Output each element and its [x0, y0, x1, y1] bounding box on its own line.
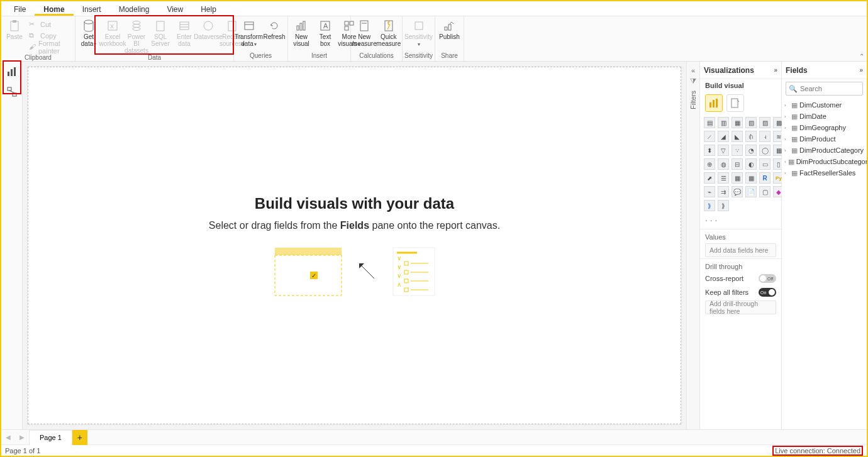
viz-matrix[interactable]: ▦ — [745, 172, 757, 184]
enter-data-button[interactable]: Enter data — [172, 18, 196, 47]
viz-card[interactable]: ▭ — [759, 158, 771, 170]
viz-stacked-area[interactable]: ◣ — [732, 131, 743, 142]
viz-filled-map[interactable]: ◍ — [718, 158, 729, 170]
viz-qa[interactable]: 💬 — [732, 186, 743, 197]
new-visual-button[interactable]: New visual — [289, 18, 313, 47]
collapse-ribbon-button[interactable]: ⌃ — [859, 53, 864, 60]
svg-text:✓: ✓ — [311, 272, 316, 279]
excel-workbook-button[interactable]: XExcel workbook — [101, 18, 125, 47]
keep-filters-toggle[interactable]: On — [759, 288, 776, 297]
table-row[interactable]: ›▦DimProductCategory — [784, 145, 864, 156]
viz-get-more[interactable]: ⟫ — [718, 200, 729, 211]
menu-view[interactable]: View — [158, 3, 192, 16]
svg-rect-14 — [245, 22, 253, 30]
svg-point-2 — [84, 20, 93, 24]
table-row[interactable]: ›▦DimProductSubcategory — [784, 156, 864, 167]
page-tab-1[interactable]: Page 1 — [29, 430, 72, 445]
next-page-button[interactable]: ▶ — [15, 431, 29, 444]
group-label-data: Data — [75, 54, 233, 62]
cross-report-toggle[interactable]: Off — [759, 274, 776, 283]
publish-button[interactable]: Publish — [437, 18, 462, 40]
viz-clustered-bar[interactable]: ▦ — [732, 117, 743, 128]
viz-paginated[interactable]: ▢ — [759, 186, 771, 197]
viz-narrative[interactable]: 📄 — [745, 186, 757, 197]
viz-r[interactable]: R — [759, 172, 771, 184]
viz-scatter[interactable]: ⸪ — [732, 145, 743, 156]
sensitivity-button[interactable]: Sensitivity▾ — [404, 18, 433, 48]
viz-line-stacked-column[interactable]: ⫛ — [745, 131, 757, 142]
paste-button[interactable]: Paste — [3, 18, 26, 40]
viz-more-button[interactable]: · · · — [700, 215, 781, 229]
svg-point-6 — [133, 25, 140, 28]
viz-clustered-column[interactable]: ▧ — [745, 117, 757, 128]
table-icon: ▦ — [791, 169, 798, 177]
collapse-viz-button[interactable]: » — [774, 67, 777, 74]
viz-funnel[interactable]: ▽ — [718, 145, 729, 156]
transform-data-button[interactable]: Transform data▾ — [235, 18, 262, 48]
viz-stacked-bar[interactable]: ▤ — [704, 117, 715, 128]
table-row[interactable]: ›▦DimProduct — [784, 133, 864, 145]
get-data-button[interactable]: Get data▾ — [77, 18, 101, 48]
svg-text:∨: ∨ — [397, 263, 401, 270]
viz-100-bar[interactable]: ▨ — [759, 117, 771, 128]
menu-file[interactable]: File — [5, 3, 35, 16]
ribbon: Paste ✂Cut ⧉Copy 🖌Format painter Clipboa… — [1, 16, 867, 62]
viz-donut[interactable]: ◯ — [759, 145, 771, 156]
cut-button[interactable]: ✂Cut — [29, 19, 71, 30]
viz-kpi[interactable]: ⬈ — [704, 172, 715, 184]
menu-home[interactable]: Home — [35, 3, 73, 16]
viz-powerautomate[interactable]: ⟫ — [704, 200, 715, 211]
cross-report-label: Cross-report — [705, 275, 743, 282]
svg-rect-37 — [275, 255, 342, 295]
prev-page-button[interactable]: ◀ — [1, 431, 15, 444]
refresh-button[interactable]: Refresh — [262, 18, 286, 40]
model-view-button[interactable] — [6, 85, 18, 98]
svg-rect-9 — [180, 22, 189, 30]
viz-decomposition[interactable]: ⇉ — [718, 186, 729, 197]
viz-map[interactable]: ⊕ — [704, 158, 715, 170]
viz-key-influencers[interactable]: ⌁ — [704, 186, 715, 197]
viz-line-clustered-column[interactable]: ⫞ — [759, 131, 771, 142]
table-icon: ▦ — [791, 135, 798, 143]
viz-table[interactable]: ▦ — [732, 172, 743, 184]
values-drop[interactable]: Add data fields here — [705, 243, 776, 257]
menu-help[interactable]: Help — [192, 3, 225, 16]
paste-icon — [7, 19, 22, 33]
report-canvas[interactable]: Build visuals with your data Select or d… — [28, 67, 681, 424]
table-row[interactable]: ›▦DimCustomer — [784, 99, 864, 111]
report-view-button[interactable] — [6, 65, 18, 78]
viz-pie[interactable]: ◔ — [745, 145, 757, 156]
viz-area[interactable]: ◢ — [718, 131, 729, 142]
search-icon: 🔍 — [789, 85, 798, 93]
format-visual-mode-button[interactable] — [726, 94, 744, 112]
table-row[interactable]: ›▦DimGeography — [784, 122, 864, 133]
text-box-button[interactable]: AText box — [313, 18, 337, 47]
drill-drop[interactable]: Add drill-through fields here — [705, 300, 776, 314]
viz-stacked-column[interactable]: ▥ — [718, 117, 729, 128]
menu-insert[interactable]: Insert — [74, 3, 110, 16]
table-row[interactable]: ›▦DimDate — [784, 111, 864, 122]
format-painter-button[interactable]: 🖌Format painter — [29, 41, 71, 53]
viz-gauge[interactable]: ◐ — [745, 158, 757, 170]
quick-measure-button[interactable]: Quick measure — [377, 18, 401, 47]
pbi-datasets-button[interactable]: Power BI datasets — [125, 18, 148, 54]
sql-server-button[interactable]: SQL Server — [148, 18, 172, 47]
new-measure-button[interactable]: New measure — [352, 18, 377, 47]
svg-rect-31 — [11, 69, 13, 76]
table-row[interactable]: ›▦FactResellerSales — [784, 167, 864, 179]
search-box[interactable]: 🔍 — [786, 82, 863, 96]
sensitivity-icon — [411, 19, 426, 33]
viz-slicer[interactable]: ☰ — [718, 172, 729, 184]
viz-line[interactable]: ⟋ — [704, 131, 715, 142]
search-input[interactable] — [800, 85, 860, 92]
build-visual-mode-button[interactable] — [705, 94, 723, 112]
database-icon — [81, 19, 96, 33]
menu-modeling[interactable]: Modeling — [110, 3, 159, 16]
viz-waterfall[interactable]: ⬍ — [704, 145, 715, 156]
dataverse-button[interactable]: Dataverse — [196, 18, 220, 40]
expand-filters-button[interactable]: « — [691, 67, 695, 74]
viz-azure-map[interactable]: ⊟ — [732, 158, 743, 170]
collapse-fields-button[interactable]: » — [859, 67, 863, 74]
add-page-button[interactable]: + — [72, 430, 87, 445]
status-bar: Page 1 of 1 Live connection: Connected — [1, 444, 867, 456]
